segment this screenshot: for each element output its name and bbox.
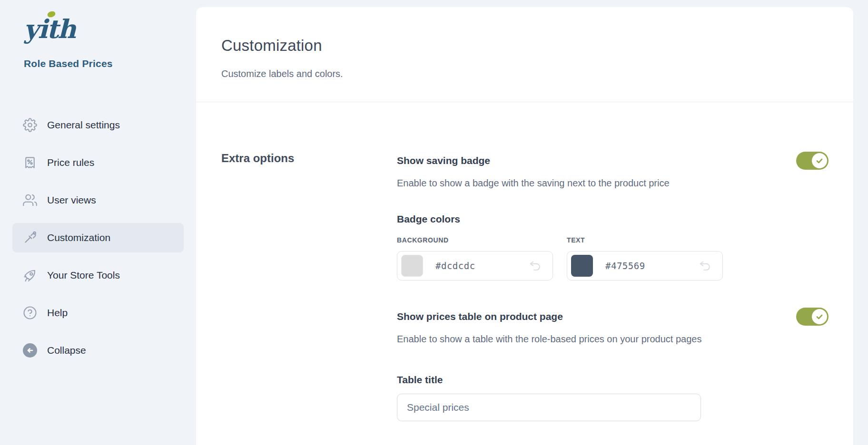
yith-logo: yith [24,9,86,47]
page-title: Customization [221,37,828,55]
text-color-label: TEXT [567,236,723,244]
sidebar-item-help[interactable]: Help [12,298,184,328]
fields-column: Show saving badge Enable to show a badge… [397,152,829,421]
show-saving-badge-label: Show saving badge [397,155,490,166]
sidebar-item-label: Collapse [47,345,86,356]
sidebar: yith Role Based Prices General settings … [0,0,196,445]
sidebar-item-price-rules[interactable]: Price rules [12,148,184,177]
check-icon [816,313,823,320]
sidebar-item-collapse[interactable]: Collapse [12,336,184,365]
show-prices-table-row: Show prices table on product page [397,308,829,326]
logo-text: yith [24,14,77,44]
badge-colors-label: Badge colors [397,213,829,225]
plugin-name: Role Based Prices [24,58,196,69]
main-area: Customization Customize labels and color… [196,0,868,445]
badge-colors-grid: BACKGROUND #dcdcdc TEXT [397,236,829,281]
background-color-label: BACKGROUND [397,236,553,244]
show-prices-table-label: Show prices table on product page [397,311,563,322]
text-color-swatch[interactable] [571,255,593,277]
brand: yith Role Based Prices [0,9,196,69]
toggle-knob [812,309,827,324]
check-icon [816,157,823,164]
settings-panel: Customization Customize labels and color… [196,7,853,445]
sidebar-nav: General settings Price rules User views … [0,110,196,365]
sidebar-item-general-settings[interactable]: General settings [12,110,184,140]
sidebar-item-label: User views [47,194,96,206]
background-color-swatch[interactable] [401,255,423,277]
show-prices-table-toggle[interactable] [796,308,829,326]
text-color-field: TEXT #475569 [567,236,723,281]
sidebar-item-label: General settings [47,119,120,131]
users-icon [23,193,37,207]
show-saving-badge-description: Enable to show a badge with the saving n… [397,178,829,189]
background-color-field: BACKGROUND #dcdcdc [397,236,553,281]
sidebar-item-customization[interactable]: Customization [12,223,184,252]
background-color-value: #dcdcdc [435,261,475,271]
arrow-left-circle-icon [23,343,37,358]
show-prices-table-description: Enable to show a table with the role-bas… [397,334,829,345]
show-saving-badge-row: Show saving badge [397,152,829,170]
background-color-picker[interactable]: #dcdcdc [397,251,553,281]
rocket-icon [23,268,37,282]
question-circle-icon [23,306,37,320]
sidebar-item-label: Your Store Tools [47,270,120,281]
undo-icon[interactable] [528,258,543,273]
panel-body: Extra options Show saving badge Enable t… [196,102,853,421]
table-title-label: Table title [397,374,829,386]
sidebar-item-label: Help [47,307,68,319]
sidebar-item-label: Price rules [47,157,94,168]
panel-header: Customization Customize labels and color… [196,7,853,102]
sidebar-item-label: Customization [47,232,110,243]
sidebar-item-user-views[interactable]: User views [12,185,184,215]
toggle-knob [812,153,827,168]
section-title: Extra options [221,152,397,165]
gear-icon [23,118,37,132]
app: yith Role Based Prices General settings … [0,0,868,445]
table-title-input[interactable] [397,394,701,421]
text-color-value: #475569 [605,261,645,271]
show-saving-badge-toggle[interactable] [796,152,829,170]
section-title-column: Extra options [221,152,397,421]
page-subtitle: Customize labels and colors. [221,68,828,79]
receipt-percent-icon [23,155,37,170]
text-color-picker[interactable]: #475569 [567,251,723,281]
undo-icon[interactable] [698,258,713,273]
sidebar-item-your-store-tools[interactable]: Your Store Tools [12,261,184,290]
eyedropper-icon [23,231,37,245]
